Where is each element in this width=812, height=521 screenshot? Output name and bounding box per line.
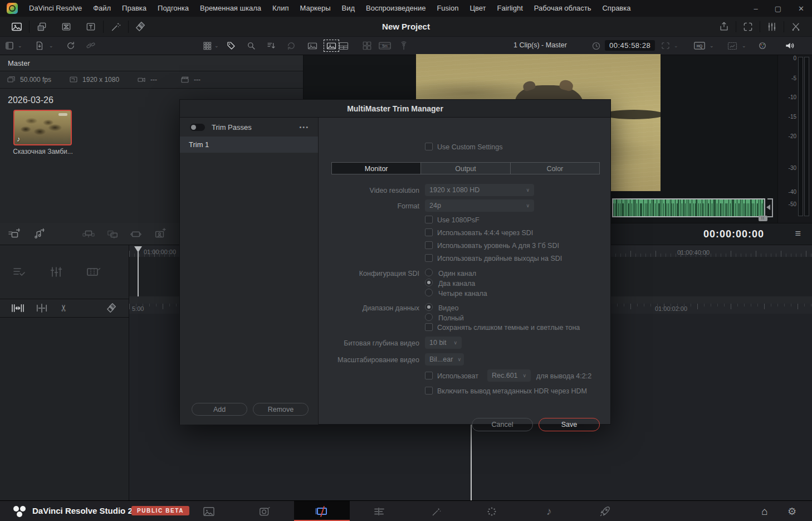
menu-edit[interactable]: Правка bbox=[116, 0, 152, 17]
sdi-quad-radio[interactable] bbox=[425, 289, 433, 296]
media-pool-toggle-button[interactable] bbox=[4, 20, 29, 34]
retain-sub-black-checkbox[interactable] bbox=[425, 323, 433, 331]
color-enhance-icon[interactable] bbox=[757, 39, 767, 52]
clip-film-options-icon[interactable] bbox=[86, 265, 101, 279]
stacked-effects-icon[interactable] bbox=[129, 20, 153, 34]
settings-gear-icon[interactable]: ⚙ bbox=[779, 501, 805, 521]
menu-workspace[interactable]: Рабочая область bbox=[529, 0, 597, 17]
page-tab-deliver[interactable] bbox=[592, 501, 618, 521]
format-dropdown[interactable]: 24p∨ bbox=[425, 199, 534, 212]
bin-breadcrumb[interactable]: Master bbox=[0, 55, 303, 71]
use-level-a-checkbox[interactable] bbox=[425, 241, 433, 249]
viewer-options-menu-icon[interactable]: ≡ bbox=[795, 228, 801, 240]
use-dual-sdi-checkbox[interactable] bbox=[425, 254, 433, 262]
menu-fusion[interactable]: Fusion bbox=[431, 0, 464, 17]
speaker-icon[interactable] bbox=[784, 39, 795, 52]
sync-clips-icon[interactable] bbox=[66, 39, 76, 52]
filmstrip-view-icon[interactable] bbox=[323, 39, 340, 52]
append-audio-icon[interactable] bbox=[32, 227, 45, 241]
export-icon[interactable] bbox=[712, 20, 736, 34]
grid-view-icon[interactable] bbox=[203, 39, 212, 52]
audio-waveform-strip[interactable] bbox=[612, 198, 765, 217]
safe-area-chevron-icon[interactable]: ⌄ bbox=[674, 39, 678, 52]
media-clip-thumbnail[interactable]: ♪ bbox=[13, 110, 72, 145]
menu-markers[interactable]: Маркеры bbox=[294, 0, 336, 17]
fit-to-fill-icon[interactable] bbox=[129, 227, 143, 241]
maximize-button[interactable]: ▢ bbox=[775, 4, 781, 13]
antenna-icon[interactable] bbox=[399, 39, 409, 52]
panel-layout-icon[interactable] bbox=[4, 39, 14, 52]
source-timecode[interactable]: 00:45:58:28 bbox=[605, 40, 655, 51]
trim-passes-menu-icon[interactable]: ••• bbox=[299, 124, 309, 130]
strip-duration-icon[interactable]: 5m bbox=[379, 39, 391, 52]
track-options-icon[interactable] bbox=[12, 265, 27, 279]
cancel-button[interactable]: Cancel bbox=[472, 418, 533, 431]
blade-scissors-icon[interactable]: ✂ bbox=[58, 304, 69, 311]
tag-icon[interactable] bbox=[226, 39, 236, 52]
crossed-tools-icon[interactable] bbox=[784, 20, 808, 34]
home-icon[interactable]: ⌂ bbox=[752, 501, 777, 521]
playhead-line[interactable] bbox=[138, 252, 139, 296]
waveform-trim-handle[interactable]: II bbox=[759, 216, 767, 221]
menu-playback[interactable]: Воспроизведение bbox=[360, 0, 431, 17]
transition-icon[interactable] bbox=[54, 20, 79, 34]
grid-view-chevron-icon[interactable]: ⌄ bbox=[214, 39, 219, 52]
dual-viewer-icon[interactable] bbox=[30, 20, 54, 34]
trim-passes-toggle[interactable] bbox=[190, 124, 205, 131]
page-tab-color[interactable] bbox=[479, 501, 505, 521]
page-tab-capture[interactable] bbox=[252, 501, 277, 521]
title-tool-icon[interactable] bbox=[79, 20, 103, 34]
menu-view[interactable]: Вид bbox=[336, 0, 361, 17]
range-video-radio[interactable] bbox=[425, 303, 433, 311]
tools-adjust-icon[interactable] bbox=[49, 265, 63, 279]
close-button[interactable]: ✕ bbox=[798, 4, 804, 13]
unlink-icon[interactable] bbox=[86, 39, 96, 52]
overwrite-clip-icon[interactable] bbox=[82, 227, 95, 241]
sdi-dual-radio[interactable] bbox=[425, 279, 433, 286]
page-tab-edit[interactable] bbox=[366, 501, 392, 521]
viewer-overlay-icon[interactable] bbox=[727, 39, 737, 52]
panel-layout-chevron-icon[interactable]: ⌄ bbox=[18, 39, 22, 52]
mixer-icon[interactable] bbox=[760, 20, 784, 34]
hdr-metadata-checkbox[interactable] bbox=[425, 387, 433, 395]
trim-pass-list-item[interactable]: Trim 1 bbox=[180, 137, 318, 153]
use-1080psf-checkbox[interactable] bbox=[425, 216, 433, 223]
video-scaling-dropdown[interactable]: Bil...ear∨ bbox=[425, 353, 464, 366]
range-full-radio[interactable] bbox=[425, 313, 433, 321]
refresh-icon[interactable] bbox=[286, 39, 296, 52]
group-clips-icon[interactable] bbox=[362, 39, 372, 52]
remove-trim-button[interactable]: Remove bbox=[253, 403, 309, 416]
trim-mode-icon[interactable] bbox=[10, 303, 26, 314]
playback-quality-chevron-icon[interactable]: ⌄ bbox=[710, 39, 714, 52]
minimize-button[interactable]: – bbox=[754, 4, 758, 13]
page-tab-fairlight[interactable]: ♪ bbox=[536, 501, 562, 521]
import-chevron-icon[interactable]: ⌄ bbox=[49, 39, 53, 52]
menu-timeline[interactable]: Временная шкала bbox=[194, 0, 267, 17]
menu-clip[interactable]: Клип bbox=[267, 0, 294, 17]
use-444-sdi-checkbox[interactable] bbox=[425, 228, 433, 236]
effects-diamonds-icon[interactable] bbox=[106, 303, 118, 314]
video-resolution-dropdown[interactable]: 1920 x 1080 HD∨ bbox=[425, 184, 534, 196]
search-icon[interactable] bbox=[246, 39, 256, 52]
import-media-icon[interactable] bbox=[35, 39, 45, 52]
menu-color[interactable]: Цвет bbox=[464, 0, 491, 17]
menu-file[interactable]: Файл bbox=[87, 0, 116, 17]
tab-output[interactable]: Output bbox=[420, 163, 510, 174]
page-tab-fusion[interactable] bbox=[424, 501, 449, 521]
use-custom-settings-checkbox[interactable] bbox=[425, 143, 433, 150]
append-clip-icon[interactable] bbox=[8, 227, 21, 241]
page-tab-media[interactable] bbox=[196, 501, 222, 521]
fullscreen-icon[interactable] bbox=[736, 20, 760, 34]
playback-quality-icon[interactable]: HQ bbox=[694, 39, 705, 52]
page-tab-cut[interactable] bbox=[294, 501, 350, 521]
tab-color[interactable]: Color bbox=[510, 163, 599, 174]
position-tool-icon[interactable] bbox=[35, 303, 49, 314]
replace-clip-icon[interactable] bbox=[106, 227, 119, 241]
safe-area-icon[interactable] bbox=[661, 39, 671, 52]
menu-fairlight[interactable]: Fairlight bbox=[492, 0, 529, 17]
sdi-single-radio[interactable] bbox=[425, 269, 433, 276]
viewer-overlay-chevron-icon[interactable]: ⌄ bbox=[742, 39, 746, 52]
effects-wand-icon[interactable] bbox=[104, 20, 128, 34]
menu-help[interactable]: Справка bbox=[596, 0, 636, 17]
matrix-dropdown[interactable]: Rec.601∨ bbox=[487, 369, 531, 382]
